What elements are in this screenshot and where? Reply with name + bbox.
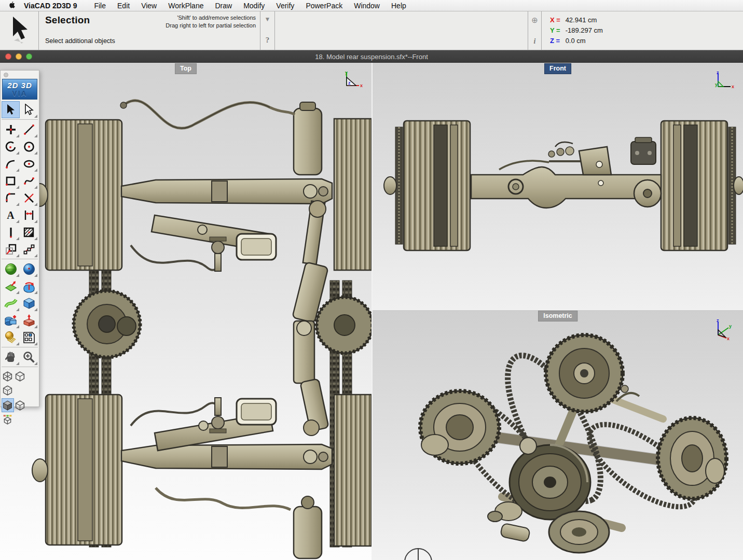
coord-z-row: Z = 0.0 cm — [550, 36, 743, 46]
solid-cube-tool[interactable] — [20, 295, 38, 312]
push-pull-tool[interactable] — [20, 312, 38, 329]
line-tool[interactable] — [20, 121, 38, 138]
tool-help-button[interactable]: ? — [266, 36, 270, 45]
viewport-isometric[interactable]: Isometric z y x — [373, 310, 743, 560]
viewport-label-top[interactable]: Top — [175, 63, 197, 74]
curve-tool[interactable] — [2, 155, 20, 172]
tool-dropdown-button[interactable]: ▼ — [265, 16, 271, 23]
surface-sphere-tool[interactable] — [2, 260, 20, 277]
select-tool[interactable] — [2, 101, 20, 118]
zoom-tool[interactable] — [20, 348, 38, 366]
blue-sphere-icon — [22, 262, 36, 276]
shaded-edges-cube-icon — [15, 400, 25, 411]
app-menu-title[interactable]: ViaCAD 2D3D 9 — [24, 2, 77, 10]
hatch-tool[interactable] — [20, 223, 38, 241]
solid-sphere-tool[interactable] — [20, 260, 38, 277]
display-dashed-hidden-tool[interactable] — [2, 383, 14, 397]
polyline-edit-tool[interactable] — [20, 241, 38, 258]
revolve-tool[interactable] — [20, 277, 38, 295]
arc-tool[interactable] — [2, 138, 20, 155]
menu-item[interactable]: File — [88, 2, 112, 10]
layout-tool[interactable] — [20, 329, 38, 346]
sweep-tool[interactable] — [2, 295, 20, 312]
viacad-logo: 2D 3D VIA — [2, 79, 37, 100]
palette-tools: A — [1, 101, 39, 369]
display-render-options-tool[interactable] — [2, 412, 14, 426]
circle-tool[interactable] — [20, 138, 38, 155]
fillet-tool[interactable] — [2, 189, 20, 206]
menu-item[interactable]: Draw — [209, 2, 238, 10]
curve-icon — [5, 158, 17, 170]
viewport-divider-vertical[interactable] — [371, 63, 373, 560]
menu-item[interactable]: View — [135, 2, 162, 10]
render-tool[interactable] — [2, 329, 20, 346]
coord-y-value: -189.297 cm — [566, 26, 603, 34]
svg-text:z: z — [717, 70, 719, 75]
trim-tool[interactable] — [20, 189, 38, 206]
viewport-front[interactable]: Front z x y — [373, 63, 743, 309]
tool-option-buttons: ▼ ? — [260, 11, 275, 50]
menu-item[interactable]: Edit — [112, 2, 135, 10]
dimension-icon — [23, 209, 35, 221]
menu-item[interactable]: Verify — [270, 2, 300, 10]
document-titlebar: 18. Model rear suspension.sfx*--Front — [0, 50, 743, 63]
front-view-model[interactable] — [373, 63, 743, 309]
viewport-top[interactable]: Top y x z 2D 3D VIA — [0, 63, 371, 560]
selection-cursor-icon — [8, 16, 31, 46]
point-tool[interactable] — [2, 121, 20, 138]
minimize-window-button[interactable] — [16, 53, 22, 60]
display-mode-row-1 — [1, 369, 39, 398]
shaded-cube-icon — [2, 400, 13, 411]
menu-item[interactable]: PowerPack — [300, 2, 348, 10]
menu-item[interactable]: Window — [348, 2, 386, 10]
menu-bar: ViaCAD 2D3D 9 FileEditViewWorkPlaneDrawM… — [0, 0, 743, 11]
display-hidden-line-tool[interactable] — [14, 369, 26, 383]
close-window-button[interactable] — [5, 53, 11, 60]
top-view-model[interactable] — [0, 63, 371, 560]
current-tool-icon-box — [0, 11, 39, 50]
tool-palette: 2D 3D VIA — [0, 70, 39, 407]
menu-item[interactable]: WorkPlane — [162, 2, 209, 10]
revolve-icon — [22, 279, 36, 293]
document-title: 18. Model rear suspension.sfx*--Front — [315, 52, 428, 60]
svg-text:x: x — [360, 83, 363, 88]
viewport-divider-horizontal[interactable] — [373, 309, 743, 310]
boolean-tool[interactable] — [2, 312, 20, 329]
apple-menu-icon[interactable] — [9, 2, 17, 10]
rectangle-tool[interactable] — [2, 172, 20, 189]
svg-text:x: x — [732, 84, 734, 89]
pan-tool[interactable] — [2, 348, 20, 366]
isometric-view-model[interactable] — [373, 310, 743, 560]
transform-tool[interactable] — [2, 241, 20, 258]
menu-item[interactable]: Help — [386, 2, 412, 10]
coord-z-value: 0.0 cm — [566, 37, 586, 45]
axis-triad-top: y x z — [341, 70, 364, 90]
green-sphere-icon — [4, 262, 18, 276]
segment-tool[interactable] — [2, 223, 20, 241]
iso-top-sprocket — [546, 335, 623, 412]
viewport-label-front[interactable]: Front — [544, 63, 571, 74]
palette-window-dot[interactable] — [4, 73, 8, 77]
move-copy-icon — [5, 243, 17, 256]
ellipse-tool[interactable] — [20, 155, 38, 172]
display-wireframe-tool[interactable] — [2, 369, 14, 383]
viewport-label-isometric[interactable]: Isometric — [538, 311, 577, 321]
circle-icon — [23, 141, 35, 153]
info-icon[interactable]: i — [534, 37, 536, 46]
selection-panel: Selection 'Shift' to add/remove selectio… — [39, 11, 260, 50]
coordinate-mode-buttons: ⊕ i — [528, 11, 542, 50]
display-shaded-edges-tool[interactable] — [14, 398, 26, 412]
dimension-tool[interactable] — [20, 206, 38, 223]
display-shaded-tool[interactable] — [2, 398, 14, 412]
tracking-target-icon[interactable]: ⊕ — [531, 16, 538, 25]
spline-tool[interactable] — [20, 172, 38, 189]
text-tool[interactable]: A — [2, 206, 20, 223]
pan-hand-icon — [4, 351, 18, 364]
select-alt-tool[interactable] — [20, 101, 38, 118]
point-icon — [5, 123, 17, 136]
menu-item[interactable]: Modify — [238, 2, 270, 10]
boolean-union-icon — [4, 314, 18, 327]
coord-x-value: 42.941 cm — [566, 16, 597, 24]
extrude-tool[interactable] — [2, 277, 20, 295]
zoom-window-button[interactable] — [26, 53, 32, 60]
